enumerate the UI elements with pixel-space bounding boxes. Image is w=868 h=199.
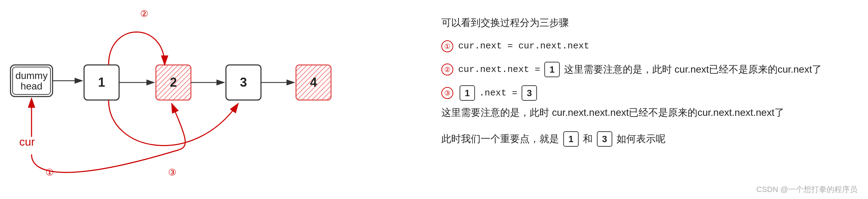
cur-label-text: cur (19, 135, 35, 148)
step3-suffix: 这里需要注意的是，此时 cur.next.next.next已经不是原来的cur… (441, 104, 784, 121)
diagram-area: dummy head 1 2 3 4 (0, 0, 420, 199)
intro-line: 可以看到交换过程分为三步骤 (441, 14, 847, 32)
step3-mid: .next = (479, 85, 517, 101)
step3-line: ③ 1 .next = 3 这里需要注意的是，此时 cur.next.next.… (441, 85, 847, 122)
step3-box2: 3 (522, 85, 537, 101)
node1-text: 1 (98, 75, 105, 89)
arrow-step2-arc (109, 32, 165, 65)
conclusion-line: 此时我们一个重要点，就是 1 和 3 如何表示呢 (441, 130, 847, 148)
conclusion-box1: 1 (563, 131, 579, 147)
dummy-text-line2: head (21, 81, 42, 92)
step2-box: 1 (544, 62, 560, 77)
node2-text: 2 (170, 75, 177, 89)
step1-circle: ① (441, 40, 453, 52)
step3-circle: ③ (441, 87, 453, 99)
step2-prefix: cur.next.next = (458, 61, 540, 78)
step1-code: cur.next = cur.next.next (458, 38, 589, 54)
step2-line: ② cur.next.next = 1 这里需要注意的是，此时 cur.next… (441, 61, 847, 78)
step2-label: ② (140, 8, 148, 19)
dummy-text-line1: dummy (15, 70, 48, 81)
main-container: dummy head 1 2 3 4 (0, 0, 868, 199)
conclusion-prefix: 此时我们一个重要点，就是 (441, 130, 559, 148)
step1-label: ① (46, 167, 54, 178)
node3-text: 3 (240, 75, 247, 89)
node4-text: 4 (310, 75, 317, 89)
step1-line: ① cur.next = cur.next.next (441, 38, 847, 54)
diagram-svg: dummy head 1 2 3 4 (0, 0, 420, 199)
conclusion-box2: 3 (597, 131, 612, 147)
watermark: CSDN @一个想打拳的程序员 (756, 184, 857, 195)
conclusion-mid: 和 (583, 130, 593, 148)
step3-label: ③ (168, 167, 176, 178)
step3-box1: 1 (460, 85, 475, 101)
conclusion-suffix: 如何表示呢 (616, 130, 666, 148)
step2-suffix: 这里需要注意的是，此时 cur.next已经不是原来的cur.next了 (564, 61, 822, 78)
step2-circle: ② (441, 64, 453, 75)
intro-text: 可以看到交换过程分为三步骤 (441, 14, 569, 32)
text-area: 可以看到交换过程分为三步骤 ① cur.next = cur.next.next… (420, 0, 868, 199)
arrow-step1-bottom (32, 104, 185, 172)
